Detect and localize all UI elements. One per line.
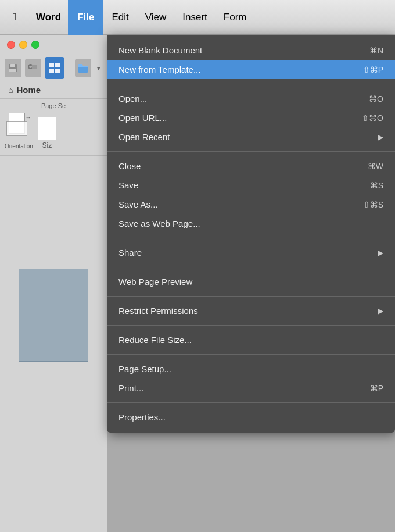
- save-as-web-page-item[interactable]: Save as Web Page...: [107, 214, 395, 233]
- properties-item[interactable]: Properties...: [107, 408, 395, 427]
- open-item[interactable]: Open... ⌘O: [107, 89, 395, 108]
- apple-menu[interactable]: : [0, 0, 29, 35]
- menu-bar:  Word File Edit View Insert Form: [0, 0, 395, 35]
- svg-rect-1: [10, 64, 15, 67]
- svg-rect-7: [55, 63, 60, 67]
- reduce-section: Reduce File Size...: [107, 328, 395, 352]
- web-page-preview-item[interactable]: Web Page Preview: [107, 272, 395, 291]
- folder-icon[interactable]: [75, 59, 92, 77]
- svg-rect-6: [49, 63, 54, 67]
- file-dropdown-menu: New Blank Document ⌘N New from Template.…: [107, 35, 395, 433]
- save-as-item[interactable]: Save As... ⇧⌘S: [107, 195, 395, 214]
- traffic-lights: [0, 35, 107, 55]
- restrict-permissions-item[interactable]: Restrict Permissions ▶: [107, 301, 395, 320]
- svg-rect-9: [55, 69, 60, 73]
- divider-4: [107, 267, 395, 267]
- submenu-arrow-icon: ▶: [378, 133, 383, 141]
- divider-2: [107, 151, 395, 152]
- reduce-file-size-item[interactable]: Reduce File Size...: [107, 330, 395, 349]
- minimize-button[interactable]: [19, 41, 27, 49]
- menu-item-view[interactable]: View: [137, 0, 175, 35]
- save-item[interactable]: Save ⌘S: [107, 176, 395, 195]
- divider-1: [107, 84, 395, 84]
- new-section: New Blank Document ⌘N New from Template.…: [107, 38, 395, 81]
- share-item[interactable]: Share ▶: [107, 243, 395, 262]
- divider-5: [107, 296, 395, 297]
- maximize-button[interactable]: [31, 41, 40, 49]
- save-section: Close ⌘W Save ⌘S Save As... ⇧⌘S Save as …: [107, 154, 395, 235]
- close-item[interactable]: Close ⌘W: [107, 156, 395, 176]
- menu-item-edit[interactable]: Edit: [103, 0, 137, 35]
- menu-item-format[interactable]: Form: [216, 0, 255, 35]
- toolbar-sidebar: ▼ ⌂ Home Page Se ↔ Orientation Siz: [0, 35, 107, 532]
- restrict-section: Restrict Permissions ▶: [107, 299, 395, 323]
- orientation-control[interactable]: ↔ Orientation: [5, 113, 33, 149]
- size-label: Siz: [42, 141, 52, 149]
- print-section: Page Setup... Print... ⌘P: [107, 357, 395, 400]
- size-control[interactable]: Siz: [38, 117, 56, 149]
- close-button[interactable]: [7, 41, 15, 49]
- open-section: Open... ⌘O Open URL... ⇧⌘O Open Recent ▶: [107, 87, 395, 149]
- divider-6: [107, 325, 395, 326]
- svg-rect-2: [9, 69, 16, 72]
- divider-7: [107, 354, 395, 355]
- apple-icon: : [13, 11, 17, 23]
- home-tab[interactable]: ⌂ Home: [0, 81, 107, 98]
- svg-rect-4: [32, 65, 37, 69]
- new-blank-document-item[interactable]: New Blank Document ⌘N: [107, 41, 395, 60]
- page-setup-section-label: Page Se: [0, 101, 107, 110]
- save-icon[interactable]: [5, 59, 21, 77]
- menu-item-file[interactable]: File: [68, 0, 103, 35]
- open-recent-item[interactable]: Open Recent ▶: [107, 127, 395, 147]
- new-from-template-item[interactable]: New from Template... ⇧⌘P: [107, 60, 395, 79]
- divider-8: [107, 402, 395, 403]
- toolbar-icons-row: ▼: [0, 55, 107, 81]
- grid-icon[interactable]: [45, 57, 64, 79]
- share-section: Share ▶: [107, 241, 395, 265]
- dropdown-arrow-icon[interactable]: ▼: [95, 59, 102, 77]
- home-icon: ⌂: [8, 85, 13, 95]
- web-preview-section: Web Page Preview: [107, 270, 395, 294]
- divider-3: [107, 238, 395, 238]
- orientation-label: Orientation: [5, 143, 33, 149]
- restrict-submenu-arrow-icon: ▶: [378, 307, 383, 315]
- share-submenu-arrow-icon: ▶: [378, 249, 383, 257]
- home-label: Home: [16, 85, 41, 95]
- open-url-item[interactable]: Open URL... ⇧⌘O: [107, 108, 395, 127]
- svg-rect-8: [49, 69, 54, 73]
- app-name[interactable]: Word: [29, 0, 68, 35]
- menu-item-insert[interactable]: Insert: [174, 0, 216, 35]
- page-setup-item[interactable]: Page Setup...: [107, 359, 395, 379]
- undo-icon[interactable]: [25, 59, 42, 77]
- properties-section: Properties...: [107, 405, 395, 429]
- print-item[interactable]: Print... ⌘P: [107, 379, 395, 398]
